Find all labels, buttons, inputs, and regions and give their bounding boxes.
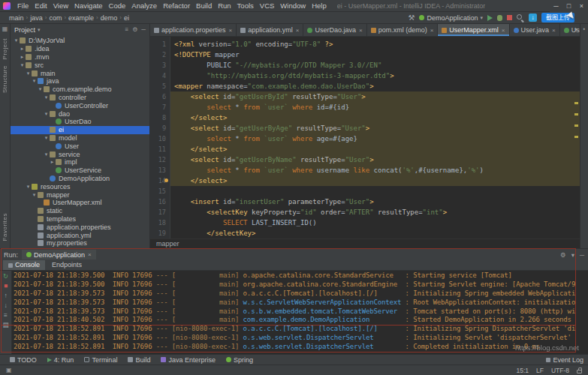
caret-position[interactable]: 15:1: [516, 367, 529, 374]
editor-tab[interactable]: application.yml×: [237, 24, 303, 36]
menu-vcs[interactable]: VCS: [257, 2, 278, 10]
tab-close-icon[interactable]: ×: [502, 27, 505, 34]
tree-item[interactable]: UserController: [11, 101, 149, 110]
chevron-down-icon[interactable]: ▾: [31, 78, 38, 84]
tab-close-icon[interactable]: ×: [229, 27, 233, 34]
chevron-right-icon[interactable]: ▸: [19, 46, 26, 52]
breadcrumb-mapper[interactable]: mapper: [156, 240, 179, 248]
chevron-right-icon[interactable]: ▸: [19, 54, 26, 60]
tab-close-icon[interactable]: ×: [359, 27, 363, 34]
toolwindow-button-javaee[interactable]: Java Enterprise: [155, 355, 221, 364]
settings-gear-icon[interactable]: ⚙: [132, 26, 137, 33]
editor-tab[interactable]: UserMapper.xml×: [438, 24, 509, 36]
search-icon[interactable]: [517, 14, 524, 22]
menu-view[interactable]: View: [50, 2, 71, 10]
tree-item[interactable]: UserMapper.xml: [11, 199, 149, 207]
chevron-down-icon[interactable]: ▾: [38, 27, 41, 33]
toolwindow-grid-icon[interactable]: ▦: [2, 26, 8, 32]
run-button[interactable]: [487, 15, 493, 21]
file-encoding[interactable]: UTF-8: [551, 367, 569, 374]
chevron-down-icon[interactable]: ▾: [43, 135, 50, 141]
tree-item[interactable]: DemoApplication: [11, 175, 149, 183]
breadcrumb-item[interactable]: demo: [99, 14, 119, 22]
soft-wrap-icon[interactable]: ≡: [4, 311, 8, 319]
tree-item[interactable]: ▾src: [11, 61, 149, 69]
tree-item[interactable]: ▾model: [11, 134, 149, 142]
tree-item[interactable]: ▾dao: [11, 110, 149, 118]
tab-close-icon[interactable]: ×: [430, 27, 434, 34]
editor-tab[interactable]: application.properties×: [150, 24, 237, 36]
tree-item[interactable]: ▾com.example.demo: [11, 86, 149, 94]
chevron-down-icon[interactable]: ▾: [19, 62, 26, 68]
toolwindow-button-build[interactable]: Build: [122, 355, 155, 364]
tree-item[interactable]: my.properties: [11, 239, 149, 248]
stop-button[interactable]: [507, 15, 512, 20]
tab-close-icon[interactable]: ×: [296, 27, 300, 34]
down-icon[interactable]: ↓: [4, 302, 7, 309]
breadcrumb-item[interactable]: ei: [122, 14, 131, 22]
tree-item[interactable]: ▸impl: [11, 158, 149, 166]
menu-edit[interactable]: Edit: [32, 2, 50, 10]
menu-tools[interactable]: Tools: [234, 2, 257, 10]
rerun-icon[interactable]: ↻: [3, 272, 8, 280]
line-separator[interactable]: LF: [536, 367, 544, 374]
tree-item[interactable]: templates: [11, 215, 149, 224]
tab-endpoints[interactable]: Endpoints: [47, 260, 87, 270]
tab-overflow-icon[interactable]: ▾: [574, 26, 577, 33]
tab-close-icon[interactable]: ×: [552, 27, 556, 34]
tab-console[interactable]: Console: [3, 260, 45, 270]
menu-run[interactable]: Run: [215, 2, 234, 10]
tree-item[interactable]: ▸.idea: [11, 45, 149, 53]
stripe-structure-button[interactable]: Structure: [2, 65, 8, 93]
toolwindow-button-terminal[interactable]: Terminal: [79, 355, 122, 364]
toolwindow-button-spring[interactable]: Spring: [221, 355, 258, 364]
menu-build[interactable]: Build: [193, 2, 215, 10]
tree-item[interactable]: ▾controller: [11, 94, 149, 102]
editor-code[interactable]: <?xml version="1.0" encoding="UTF-8" ?><…: [170, 37, 580, 238]
readonly-lock-icon[interactable]: [577, 370, 582, 374]
minimize-panel-icon[interactable]: ─: [580, 251, 584, 259]
chevron-down-icon[interactable]: ▾: [25, 70, 32, 76]
tree-item[interactable]: ▸.mvn: [11, 53, 149, 62]
chevron-down-icon[interactable]: ▾: [43, 94, 50, 100]
toolwindow-button-run[interactable]: 4: Run: [42, 355, 80, 364]
event-log-button[interactable]: Event Log: [546, 356, 583, 364]
breadcrumb-item[interactable]: com: [47, 14, 63, 22]
tree-item[interactable]: ▾service: [11, 150, 149, 158]
menu-navigate[interactable]: Navigate: [71, 2, 106, 10]
tree-item[interactable]: static: [11, 207, 149, 215]
tree-item[interactable]: UserDao: [11, 118, 149, 126]
toolwindow-button-todo[interactable]: TODO: [5, 355, 42, 364]
menu-help[interactable]: Help: [309, 2, 330, 10]
run-configuration-select[interactable]: DemoApplication ▾: [419, 14, 483, 22]
debug-button[interactable]: [497, 15, 502, 21]
stripe-project-button[interactable]: Project: [2, 38, 8, 59]
chevron-down-icon[interactable]: ▾: [37, 86, 44, 92]
up-icon[interactable]: ↑: [4, 292, 7, 299]
menu-window[interactable]: Window: [277, 2, 309, 10]
menu-file[interactable]: File: [14, 2, 32, 10]
tree-item[interactable]: application.properties: [11, 223, 149, 231]
build-project-icon[interactable]: ⚒: [408, 14, 415, 22]
minimize-button[interactable]: ─: [550, 0, 562, 12]
tree-item[interactable]: ▾D:\MyJorVal: [11, 37, 149, 45]
update-arrow-icon[interactable]: ↓: [529, 14, 537, 22]
editor-scrollbar[interactable]: [573, 38, 579, 237]
editor-tab[interactable]: pom.xml (demo)×: [367, 24, 439, 36]
chevron-right-icon[interactable]: ▸: [49, 159, 56, 165]
editor-body[interactable]: 12345678910111213141516171819 <?xml vers…: [150, 37, 580, 238]
tree-item[interactable]: application.yml: [11, 231, 149, 239]
stripe-favorites-button[interactable]: Favorites: [2, 213, 8, 241]
maximize-button[interactable]: □: [562, 0, 575, 12]
tree-item[interactable]: ▾java: [11, 77, 149, 86]
chevron-down-icon[interactable]: ▾: [13, 38, 20, 44]
chevron-down-icon[interactable]: ▾: [25, 184, 32, 190]
tab-close-icon[interactable]: ×: [88, 251, 92, 258]
stop-icon[interactable]: ■: [4, 282, 8, 290]
chevron-down-icon[interactable]: ▾: [43, 152, 50, 158]
chevron-down-icon[interactable]: ▾: [43, 111, 50, 117]
tree-item[interactable]: ei: [11, 126, 149, 134]
settings-gear-icon[interactable]: ⚙: [560, 251, 566, 259]
notifications-icon[interactable]: ▪: [583, 26, 586, 32]
close-button[interactable]: ×: [575, 0, 588, 12]
